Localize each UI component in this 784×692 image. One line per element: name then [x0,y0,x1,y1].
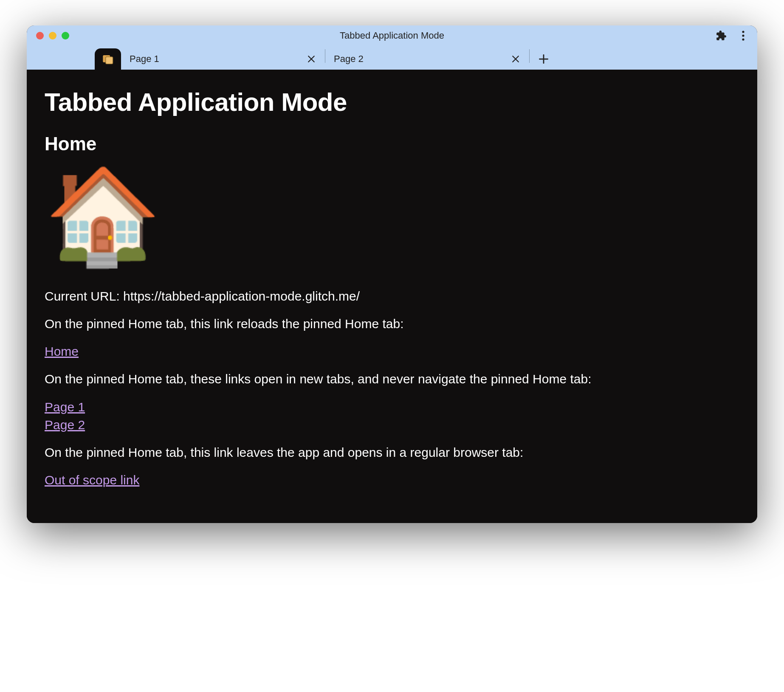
tab-strip: Page 1 Page 2 [27,46,757,70]
page-content: Tabbed Application Mode Home 🏠 Current U… [27,70,757,523]
out-of-scope-link[interactable]: Out of scope link [45,471,139,489]
window-controls [36,32,69,39]
svg-point-1 [742,34,744,37]
page-title: Tabbed Application Mode [45,85,739,119]
minimize-window-button[interactable] [49,32,56,39]
more-menu-icon[interactable] [737,29,750,42]
current-url-line: Current URL: https://tabbed-application-… [45,288,739,305]
title-bar-actions [715,29,750,42]
new-tab-button[interactable] [533,48,554,70]
page-subtitle: Home [45,131,739,156]
extensions-icon[interactable] [715,29,728,42]
svg-point-0 [742,31,744,33]
home-link-intro: On the pinned Home tab, this link reload… [45,315,739,333]
app-window: Tabbed Application Mode Page 1 Page 2 [27,25,757,523]
tab-label: Page 1 [130,53,300,65]
tabs-icon [102,53,113,65]
svg-rect-4 [106,57,113,64]
tab-page-2[interactable]: Page 2 [325,48,529,70]
title-bar: Tabbed Application Mode [27,25,757,46]
close-window-button[interactable] [36,32,44,39]
page-1-link[interactable]: Page 1 [45,398,85,416]
page-2-link[interactable]: Page 2 [45,416,85,434]
current-url-value: https://tabbed-application-mode.glitch.m… [123,289,360,303]
current-url-label: Current URL: [45,289,123,303]
close-tab-icon[interactable] [306,54,316,64]
close-tab-icon[interactable] [510,54,521,64]
tab-label: Page 2 [334,53,505,65]
svg-point-2 [742,38,744,40]
window-title: Tabbed Application Mode [340,30,444,41]
pinned-home-tab[interactable] [95,48,121,70]
outscope-link-intro: On the pinned Home tab, this link leaves… [45,444,739,461]
tab-separator [529,49,530,63]
tab-page-1[interactable]: Page 1 [121,48,325,70]
home-link[interactable]: Home [45,343,79,360]
newtab-links-intro: On the pinned Home tab, these links open… [45,371,739,388]
house-icon: 🏠 [45,169,739,262]
maximize-window-button[interactable] [62,32,69,39]
